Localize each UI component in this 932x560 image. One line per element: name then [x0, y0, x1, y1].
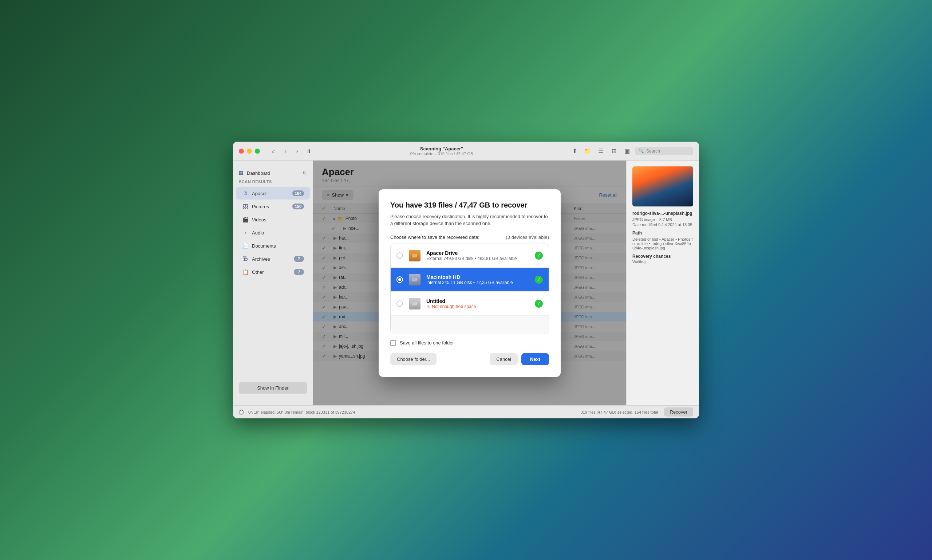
device-name-apacer: Apacer Drive	[426, 250, 530, 256]
svg-point-1	[416, 255, 417, 256]
sidebar-item-apacer[interactable]: 🖥 Apacer 164	[236, 187, 310, 200]
device-radio-macintosh	[397, 276, 403, 283]
window-subtitle: 0% complete – 319 files / 47,47 GB	[317, 151, 566, 156]
device-check-untitled: ✓	[535, 300, 543, 308]
device-item-macintosh-hd[interactable]: Macintosh HD Internal 245,11 GB disk • 7…	[391, 268, 549, 292]
device-check-apacer: ✓	[535, 252, 543, 260]
archives-icon: 🗜	[242, 255, 249, 263]
status-elapsed: 0h 1m elapsed, 50h 8m remain, block 1233…	[248, 410, 355, 414]
show-finder-button[interactable]: Show in Finder	[239, 382, 307, 394]
sidebar-apacer-label: Apacer	[252, 191, 292, 196]
modal-description: Please choose recovery destination. It i…	[390, 213, 549, 227]
sidebar-pictures-label: Pictures	[252, 204, 292, 209]
home-button[interactable]: ⌂	[269, 146, 279, 156]
device-item-untitled[interactable]: Untitled ⚠ Not enough free space ✓	[391, 292, 549, 316]
main-content: Dashboard ↻ Scan results 🖥 Apacer 164 🖼 …	[233, 161, 699, 405]
title-bar-center: Scanning "Apacer" 0% complete – 319 file…	[317, 146, 566, 156]
device-name-macintosh: Macintosh HD	[426, 274, 530, 280]
device-info-untitled: Untitled ⚠ Not enough free space	[426, 298, 530, 309]
svg-point-4	[416, 279, 417, 280]
choose-folder-button[interactable]: Choose folder...	[390, 353, 437, 365]
folder-icon[interactable]: 📁	[583, 146, 593, 156]
device-meta-apacer: External 749,83 GB disk • 483,81 GB avai…	[426, 256, 530, 261]
status-selected: 319 files (47,47 GB) selected, 164 files…	[581, 410, 658, 414]
preview-type: JPEG image – 5,7 MB	[632, 217, 693, 222]
next-button[interactable]: Next	[521, 353, 549, 365]
svg-point-7	[416, 303, 417, 305]
modal-overlay: You have 319 files / 47,47 GB to recover…	[313, 161, 626, 405]
sidebar-item-archives[interactable]: 🗜 Archives 7	[236, 253, 310, 265]
preview-image	[632, 166, 693, 206]
untitled-drive-icon	[408, 297, 421, 310]
toolbar-actions: ⬆ 📁 ☰ ⊞ ▣ 🔍 Search	[569, 146, 693, 156]
close-button[interactable]	[239, 149, 244, 154]
panel-icon[interactable]: ▣	[622, 146, 632, 156]
device-check-macintosh: ✓	[535, 275, 543, 284]
search-icon: 🔍	[638, 149, 644, 154]
macintosh-hd-icon	[408, 273, 421, 286]
device-meta-untitled: ⚠ Not enough free space	[426, 304, 530, 309]
spinner-icon	[239, 410, 244, 415]
save-to-one-folder-checkbox[interactable]	[390, 340, 396, 346]
device-item-apacer[interactable]: Apacer Drive External 749,83 GB disk • 4…	[391, 244, 549, 268]
share-icon[interactable]: ⬆	[569, 146, 580, 156]
navigation-controls: ⌂ ‹ › ⏸	[269, 146, 314, 156]
preview-filename: rodrigo-silva-...-unsplash.jpg	[632, 211, 693, 216]
device-name-untitled: Untitled	[426, 298, 530, 304]
sidebar-archives-label: Archives	[252, 256, 294, 262]
sidebar-apacer-badge: 164	[292, 191, 304, 196]
devices-count: (3 devices available)	[506, 234, 549, 240]
search-label: Search	[646, 149, 660, 154]
maximize-button[interactable]	[255, 149, 260, 154]
device-list: Apacer Drive External 749,83 GB disk • 4…	[390, 244, 549, 334]
sidebar-audio-label: Audio	[252, 230, 304, 235]
status-bar-right: 319 files (47,47 GB) selected, 164 files…	[581, 408, 693, 417]
sidebar-item-other[interactable]: 📋 Other 7	[236, 266, 310, 278]
apacer-icon: 🖥	[242, 190, 249, 197]
preview-path: Deleted or lost • Apacer • Photos for ar…	[632, 237, 693, 250]
modal-checkbox-row: Save all files to one folder	[390, 340, 549, 346]
cancel-button[interactable]: Cancel	[490, 353, 517, 365]
preview-recovery-status: Waiting...	[632, 260, 693, 264]
sidebar-dashboard-label: Dashboard	[247, 171, 303, 176]
sidebar-archives-badge: 7	[294, 256, 304, 262]
status-bar: 0h 1m elapsed, 50h 8m remain, block 1233…	[233, 405, 699, 418]
sidebar-item-pictures[interactable]: 🖼 Pictures 150	[236, 200, 310, 212]
preview-date-modified: Date modified 9 Jul 2024 at 13:35	[632, 223, 693, 227]
preview-path-label: Path	[632, 231, 693, 235]
content-area: Apacer 164 files / 47, ≡ Show ▾ Reset al…	[313, 161, 626, 405]
device-empty-slot	[391, 316, 549, 334]
dashboard-icon	[239, 171, 243, 175]
sidebar-item-videos[interactable]: 🎬 Videos	[236, 213, 310, 226]
pictures-icon: 🖼	[242, 203, 249, 210]
device-info-apacer: Apacer Drive External 749,83 GB disk • 4…	[426, 250, 530, 261]
warning-icon: ⚠	[426, 304, 430, 309]
sidebar-item-documents[interactable]: 📄 Documents	[236, 240, 310, 252]
pause-button[interactable]: ⏸	[304, 146, 314, 156]
sidebar-videos-label: Videos	[252, 217, 304, 223]
back-button[interactable]: ‹	[280, 146, 291, 156]
minimize-button[interactable]	[247, 149, 252, 154]
grid-view-icon[interactable]: ⊞	[609, 146, 619, 156]
modal-choose-label: Choose where to save the recovered data:	[390, 234, 480, 240]
sidebar-item-dashboard[interactable]: Dashboard ↻	[233, 166, 313, 180]
window-title: Scanning "Apacer"	[317, 146, 566, 151]
preview-recovery-chances-label: Recovery chances	[632, 254, 693, 259]
search-box[interactable]: 🔍 Search	[635, 147, 693, 155]
modal-choose-row: Choose where to save the recovered data:…	[390, 234, 549, 240]
title-bar: ⌂ ‹ › ⏸ Scanning "Apacer" 0% complete – …	[233, 142, 699, 161]
videos-icon: 🎬	[242, 216, 249, 223]
forward-button[interactable]: ›	[292, 146, 302, 156]
device-info-macintosh: Macintosh HD Internal 245,11 GB disk • 7…	[426, 274, 530, 285]
sidebar-item-audio[interactable]: ♪ Audio	[236, 226, 310, 239]
sidebar-other-badge: 7	[294, 269, 304, 275]
recover-button[interactable]: Recover	[664, 408, 693, 417]
modal-buttons: Choose folder... Cancel Next	[390, 353, 549, 365]
right-panel: rodrigo-silva-...-unsplash.jpg JPEG imag…	[626, 161, 699, 405]
sidebar-other-label: Other	[252, 269, 294, 275]
device-meta-macintosh: Internal 245,11 GB disk • 72,25 GB avail…	[426, 280, 530, 285]
sidebar: Dashboard ↻ Scan results 🖥 Apacer 164 🖼 …	[233, 161, 313, 405]
traffic-lights	[239, 149, 260, 154]
list-view-icon[interactable]: ☰	[595, 146, 606, 156]
sidebar-pictures-badge: 150	[292, 203, 304, 209]
